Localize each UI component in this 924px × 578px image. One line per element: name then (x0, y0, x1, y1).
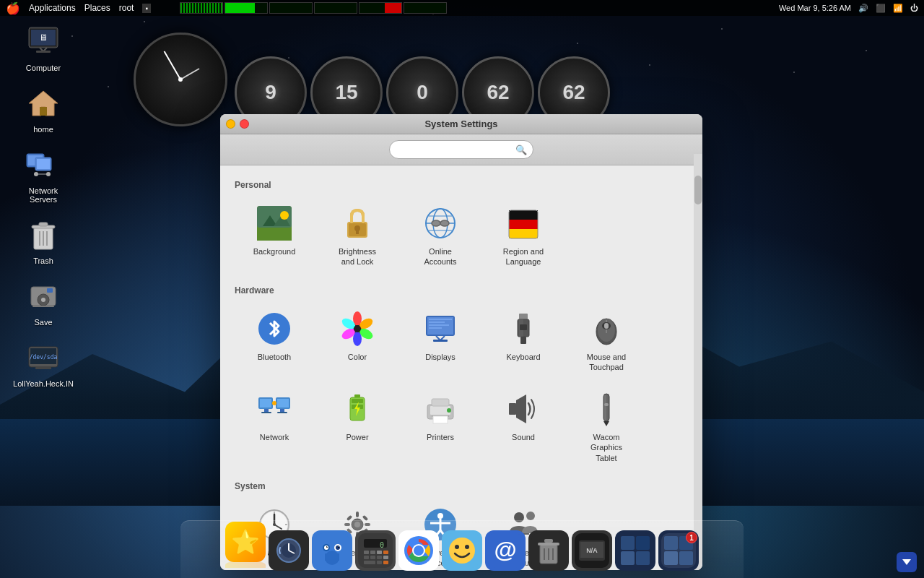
section-title-system: System (235, 481, 688, 491)
volume-icon[interactable]: 🔊 (858, 4, 868, 13)
svg-rect-61 (429, 319, 452, 320)
screen-icon[interactable]: ⬛ (876, 4, 886, 13)
svg-rect-103 (604, 403, 609, 406)
settings-item-color[interactable]: Color (318, 303, 397, 380)
svg-text:🖥: 🖥 (39, 33, 48, 43)
settings-item-displays[interactable]: Displays (401, 303, 480, 380)
svg-rect-90 (354, 394, 360, 397)
svg-rect-183 (621, 536, 635, 550)
dock-item-panel2[interactable]: 1 (658, 530, 699, 571)
svg-rect-47 (509, 220, 538, 229)
places-menu[interactable]: Places (84, 3, 110, 13)
dock-item-finder[interactable] (312, 530, 352, 571)
panel1-icon (615, 530, 655, 571)
svg-point-58 (354, 325, 361, 332)
dock-item-trash-dock[interactable] (528, 530, 569, 571)
empathy-icon (442, 530, 482, 571)
settings-item-power[interactable]: Power (318, 383, 397, 470)
settings-item-region[interactable]: Region andLanguage (484, 197, 563, 275)
desktop-icon-home[interactable]: home (14, 83, 72, 134)
close-button[interactable] (240, 119, 249, 129)
region-label: Region andLanguage (503, 246, 544, 267)
svg-rect-150 (364, 551, 369, 554)
dock-item-calculator[interactable]: 0 (355, 530, 396, 571)
dock-item-badge[interactable]: N/A (572, 530, 612, 571)
settings-item-brightness[interactable]: Brightnessand Lock (318, 197, 397, 275)
search-input[interactable] (396, 144, 513, 155)
apple-menu[interactable]: 🍎 (6, 1, 20, 15)
settings-item-mouse[interactable]: Mouse andTouchpad (567, 303, 646, 380)
svg-rect-176 (538, 543, 559, 545)
svg-rect-38 (356, 230, 359, 234)
svg-rect-96 (432, 399, 449, 406)
calculator-icon: 0 (355, 530, 396, 571)
svg-rect-156 (377, 556, 382, 559)
svg-rect-159 (377, 561, 382, 564)
dock-item-star[interactable]: ⭐ (225, 522, 266, 571)
wacom-label: WacomGraphicsTablet (590, 432, 622, 463)
scrollbar-thumb[interactable] (694, 176, 702, 204)
root-menu[interactable]: root (119, 3, 134, 13)
svg-rect-69 (520, 337, 526, 344)
applications-menu[interactable]: Applications (29, 3, 76, 13)
background-icon (256, 204, 293, 242)
svg-rect-153 (383, 551, 388, 554)
badge-icon: N/A (572, 530, 612, 571)
svg-rect-3 (36, 51, 51, 53)
settings-item-online-accounts[interactable]: OnlineAccounts (401, 197, 480, 275)
svg-rect-155 (370, 556, 375, 559)
desktop-icon-trash[interactable]: Trash (14, 215, 72, 265)
online-accounts-label: OnlineAccounts (424, 246, 456, 267)
svg-rect-33 (257, 228, 292, 241)
printers-label: Printers (427, 432, 454, 442)
displays-icon (422, 310, 459, 348)
svg-rect-177 (544, 539, 553, 543)
terminal-icon[interactable]: ▪ (142, 4, 151, 13)
svg-rect-23 (47, 288, 53, 293)
section-title-hardware: Hardware (235, 285, 688, 296)
menubar-left: 🍎 Applications Places root ▪ (6, 1, 151, 15)
window-toolbar: 🔍 (220, 134, 702, 165)
svg-point-166 (449, 538, 475, 564)
settings-item-printers[interactable]: Printers (401, 383, 480, 470)
desktop-icon-computer[interactable]: 🖥 Computer (14, 22, 72, 72)
dock-item-time-machine[interactable] (269, 530, 309, 571)
dock-item-chrome[interactable] (398, 530, 439, 571)
desktop-icon-lollyeah[interactable]: /dev/sda LollYeah.Heck.IN (14, 337, 72, 388)
svg-rect-98 (509, 403, 516, 415)
svg-rect-151 (370, 551, 375, 554)
settings-item-wacom[interactable]: WacomGraphicsTablet (567, 383, 646, 470)
settings-item-sound[interactable]: Sound (484, 383, 563, 470)
dock-item-empathy[interactable] (442, 530, 482, 571)
dock-item-arrow[interactable] (897, 552, 917, 572)
dock-item-panel1[interactable] (615, 530, 655, 571)
settings-item-keyboard[interactable]: Keyboard (484, 303, 563, 380)
hardware-grid: Bluetooth Col (235, 303, 688, 470)
printers-icon (422, 390, 459, 428)
settings-item-background[interactable]: Background (235, 197, 314, 275)
arrow-down-icon (897, 552, 917, 572)
svg-rect-10 (37, 159, 50, 169)
svg-rect-46 (509, 210, 538, 220)
desktop-icon-network[interactable]: Network Servers (14, 144, 72, 204)
dock-item-mail[interactable]: @ (485, 530, 526, 571)
svg-point-141 (324, 545, 328, 550)
keyboard-label: Keyboard (506, 352, 540, 362)
wifi-icon[interactable]: 📶 (893, 4, 903, 13)
power-label: Power (346, 432, 368, 442)
dock-items: ⭐ (225, 522, 699, 574)
finder-icon (312, 530, 352, 571)
power-icon[interactable]: ⏻ (910, 4, 918, 12)
settings-item-bluetooth[interactable]: Bluetooth (235, 303, 314, 380)
settings-item-network[interactable]: Network (235, 383, 314, 470)
settings-content: Personal Background (220, 165, 702, 570)
search-box[interactable]: 🔍 (389, 140, 533, 159)
sound-label: Sound (512, 432, 535, 442)
svg-rect-152 (377, 551, 382, 554)
scrollbar-track[interactable] (694, 154, 702, 570)
desktop-icon-save[interactable]: Save (14, 276, 72, 327)
home-icon (23, 83, 64, 124)
star-dock-icon: ⭐ (225, 522, 266, 562)
minimize-button[interactable] (226, 119, 235, 129)
svg-rect-184 (636, 536, 650, 550)
